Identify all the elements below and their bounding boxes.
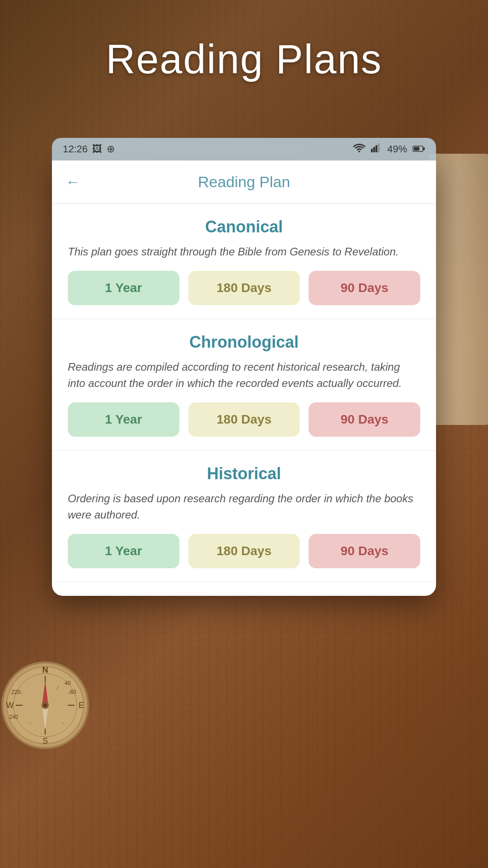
chrono-180days-button[interactable]: 180 Days xyxy=(188,402,300,437)
phone-card: ← Reading Plan Canonical This plan goes … xyxy=(52,160,436,596)
svg-text:N: N xyxy=(42,665,48,675)
chrono-90days-button[interactable]: 90 Days xyxy=(309,402,420,437)
canonical-btn-row: 1 Year 180 Days 90 Days xyxy=(68,271,420,305)
svg-text:E: E xyxy=(79,701,84,710)
chrono-desc: Readings are compiled according to recen… xyxy=(68,359,420,392)
svg-text:W: W xyxy=(6,701,14,710)
battery-icon xyxy=(413,143,425,155)
svg-rect-3 xyxy=(378,143,380,152)
wifi-icon xyxy=(353,143,366,155)
signal-icon xyxy=(371,143,382,155)
bottom-spacer xyxy=(52,582,436,596)
svg-text:S: S xyxy=(42,736,48,745)
svg-rect-6 xyxy=(414,147,419,151)
canonical-180days-button[interactable]: 180 Days xyxy=(188,271,300,305)
status-right: 49% xyxy=(353,143,425,155)
historical-180days-button[interactable]: 180 Days xyxy=(188,534,300,568)
battery-text: 49% xyxy=(387,143,407,155)
page-title: Reading Plans xyxy=(0,36,488,83)
paper-decoration xyxy=(429,154,488,425)
photo-icon: 🖼 xyxy=(92,143,102,155)
status-left: 12:26 🖼 ⊕ xyxy=(63,143,115,155)
historical-90days-button[interactable]: 90 Days xyxy=(309,534,420,568)
svg-text:220: 220 xyxy=(11,689,20,695)
svg-rect-2 xyxy=(375,145,377,152)
section-historical: Historical Ordering is based upon resear… xyxy=(52,451,436,582)
svg-rect-0 xyxy=(371,149,373,152)
historical-desc: Ordering is based upon research regardin… xyxy=(68,491,420,523)
section-chronological: Chronological Readings are compiled acco… xyxy=(52,319,436,451)
chrono-title: Chronological xyxy=(68,333,420,352)
status-bar: 12:26 🖼 ⊕ 49% xyxy=(52,138,436,160)
chrono-1year-button[interactable]: 1 Year xyxy=(68,402,179,437)
svg-text:40: 40 xyxy=(65,680,71,686)
canonical-1year-button[interactable]: 1 Year xyxy=(68,271,179,305)
canonical-90days-button[interactable]: 90 Days xyxy=(309,271,420,305)
historical-btn-row: 1 Year 180 Days 90 Days xyxy=(68,534,420,568)
bluetooth-icon: ⊕ xyxy=(107,143,115,155)
chrono-btn-row: 1 Year 180 Days 90 Days xyxy=(68,402,420,437)
svg-rect-5 xyxy=(423,147,425,150)
svg-text:60: 60 xyxy=(70,689,76,695)
back-button[interactable]: ← xyxy=(66,174,80,190)
svg-text:240: 240 xyxy=(9,714,18,720)
svg-point-21 xyxy=(43,703,47,707)
historical-title: Historical xyxy=(68,464,420,483)
status-time: 12:26 xyxy=(63,143,88,155)
historical-1year-button[interactable]: 1 Year xyxy=(68,534,179,568)
canonical-desc: This plan goes straight through the Bibl… xyxy=(68,244,420,260)
compass-decoration: N E S W 40 60 220 240 xyxy=(0,660,90,750)
section-canonical: Canonical This plan goes straight throug… xyxy=(52,204,436,319)
app-header-title: Reading Plan xyxy=(198,173,290,191)
canonical-title: Canonical xyxy=(68,217,420,236)
app-header: ← Reading Plan xyxy=(52,160,436,204)
svg-rect-1 xyxy=(373,147,375,152)
